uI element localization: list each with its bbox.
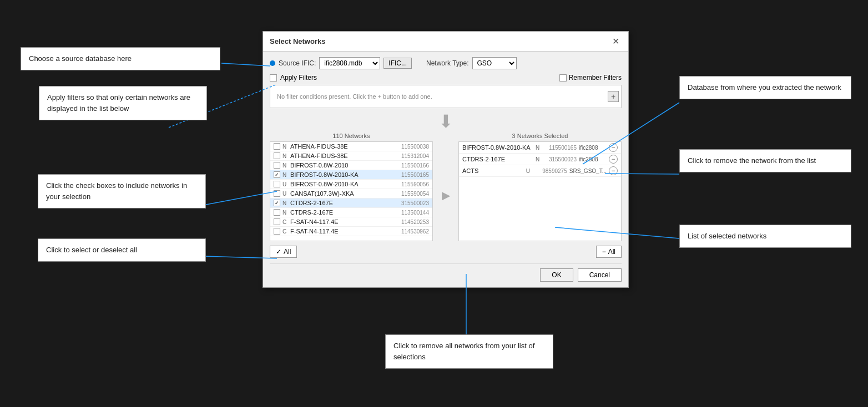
annotation-select-deselect-text: Click to select or deselect all <box>46 246 137 254</box>
source-ific-select[interactable]: ific2808.mdb <box>319 57 380 69</box>
network-checkbox[interactable] <box>274 162 280 169</box>
down-arrow-icon: ⬇ <box>270 113 622 130</box>
annotation-list-selected-text: List of selected networks <box>688 232 766 240</box>
annotation-select-deselect: Click to select or deselect all <box>38 238 206 262</box>
network-list[interactable]: N ATHENA-FIDUS-38E 115500038 N ATHENA-FI… <box>270 141 433 241</box>
select-networks-dialog: Select Networks ✕ Source IFIC: ific2808.… <box>263 31 629 288</box>
add-filter-button[interactable]: + <box>608 91 619 102</box>
network-list-section: 110 Networks N ATHENA-FIDUS-38E 11550003… <box>270 133 433 241</box>
annotation-choose-source-text: Choose a source database here <box>29 54 132 63</box>
annotation-choose-source: Choose a source database here <box>21 47 220 70</box>
ok-button[interactable]: OK <box>540 268 573 282</box>
remember-filters-checkbox[interactable] <box>559 74 567 82</box>
annotation-check-boxes-text: Click the check boxes to include network… <box>46 181 187 201</box>
annotation-apply-filters: Apply filters so that only certain netwo… <box>39 86 207 120</box>
selected-section: 3 Networks Selected BIFROST-0.8W-2010-KA… <box>458 133 622 241</box>
list-item[interactable]: N CTDRS-2-167E 113500144 <box>270 208 432 217</box>
list-item[interactable]: N ATHENA-FIDUS-38E 115312004 <box>270 151 432 161</box>
remember-filters-row: Remember Filters <box>559 74 622 82</box>
list-item[interactable]: N ATHENA-FIDUS-38E 115500038 <box>270 142 432 151</box>
apply-filters-checkbox[interactable] <box>270 74 277 82</box>
annotation-database-from-text: Database from where you extracted the ne… <box>688 83 841 91</box>
ific-button[interactable]: IFIC... <box>383 58 412 69</box>
ok-cancel-row: OK Cancel <box>270 263 622 282</box>
source-row: Source IFIC: ific2808.mdb IFIC... Networ… <box>270 57 622 69</box>
network-checkbox[interactable]: ✓ <box>274 171 280 178</box>
filter-placeholder-text: No filter conditions present. Click the … <box>277 93 432 100</box>
selected-list: BIFROST-0.8W-2010-KA N 115500165 ific280… <box>458 141 622 241</box>
network-type-select[interactable]: GSO <box>472 57 517 69</box>
list-item[interactable]: C F-SAT-N4-117.4E 114520253 <box>270 217 432 227</box>
list-item[interactable]: ✓ N CTDRS-2-167E 315500023 <box>270 199 432 208</box>
source-ific-label: Source IFIC: <box>279 59 316 67</box>
network-checkbox[interactable] <box>274 143 280 150</box>
network-count-label: 110 Networks <box>270 133 433 139</box>
filter-row: Apply Filters Remember Filters <box>270 74 622 82</box>
remove-network-button[interactable]: − <box>609 155 618 164</box>
network-checkbox[interactable] <box>274 181 280 187</box>
remove-network-button[interactable]: − <box>609 143 618 152</box>
annotation-database-from: Database from where you extracted the ne… <box>679 76 851 99</box>
dialog-title: Select Networks <box>270 37 325 45</box>
annotation-click-remove: Click to remove the network from the lis… <box>679 149 851 172</box>
network-type-label: Network Type: <box>426 59 468 67</box>
network-checkbox[interactable] <box>274 190 280 197</box>
list-item[interactable]: U CANSAT(107.3W)-XKA 115590054 <box>270 189 432 199</box>
network-checkbox[interactable] <box>274 209 280 216</box>
network-checkbox[interactable]: ✓ <box>274 200 280 206</box>
annotation-click-remove-text: Click to remove the network from the lis… <box>688 156 816 165</box>
select-all-button[interactable]: ✓ All <box>270 246 297 258</box>
annotation-remove-all-text: Click to remove all networks from your l… <box>393 342 534 361</box>
remove-network-button[interactable]: − <box>609 166 618 175</box>
remove-all-button[interactable]: − All <box>596 246 622 258</box>
selected-item: BIFROST-0.8W-2010-KA N 115500165 ific280… <box>459 142 621 154</box>
selected-item: ACTS U 98590275 SRS_GSO_T... − <box>459 165 621 177</box>
list-item[interactable]: C F-SAT-N4-117.4E 114530962 <box>270 227 432 236</box>
selected-count-label: 3 Networks Selected <box>458 133 622 139</box>
apply-filters-label: Apply Filters <box>280 74 317 82</box>
bottom-row: ✓ All − All <box>270 246 622 258</box>
main-area: 110 Networks N ATHENA-FIDUS-38E 11550003… <box>270 133 622 241</box>
list-item[interactable]: ✓ N BIFROST-0.8W-2010-KA 115500165 <box>270 170 432 180</box>
remember-filters-label: Remember Filters <box>569 74 622 82</box>
cancel-button[interactable]: Cancel <box>578 268 622 282</box>
selected-item: CTDRS-2-167E N 315500023 ific2808 − <box>459 154 621 165</box>
list-item[interactable]: N BIFROST-0.8W-2010 115500166 <box>270 161 432 170</box>
close-button[interactable]: ✕ <box>610 36 622 47</box>
list-item[interactable]: U BIFROST-0.8W-2010-KA 115590056 <box>270 180 432 189</box>
annotation-apply-filters-text: Apply filters so that only certain netwo… <box>47 93 190 113</box>
filter-conditions-area: No filter conditions present. Click the … <box>270 85 622 108</box>
annotation-check-boxes: Click the check boxes to include network… <box>38 174 206 208</box>
transfer-arrow-icon: ▶ <box>437 133 454 241</box>
network-checkbox[interactable] <box>274 218 280 225</box>
source-radio[interactable] <box>270 60 275 66</box>
annotation-remove-all: Click to remove all networks from your l… <box>385 334 553 369</box>
network-checkbox[interactable] <box>274 152 280 159</box>
dialog-titlebar: Select Networks ✕ <box>263 32 628 52</box>
network-checkbox[interactable] <box>274 228 280 235</box>
annotation-list-selected: List of selected networks <box>679 225 851 248</box>
